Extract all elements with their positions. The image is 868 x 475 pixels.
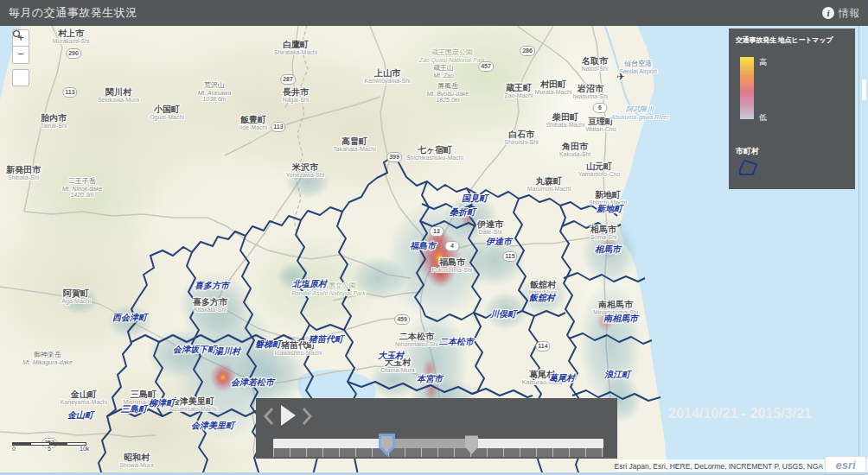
lake-small: [313, 286, 327, 293]
app-header: 毎月の交通事故発生状況 i 情報: [0, 0, 868, 26]
slider-track[interactable]: [273, 439, 603, 448]
map-canvas[interactable]: 村上市Murakami-Shi胎内市Tainai-Shi新発田市Shibata-…: [0, 26, 868, 475]
time-slider-panel: 2014/10/21 - 2015/3/21: [256, 398, 617, 459]
esri-logo: esri: [825, 456, 866, 473]
app-window: 毎月の交通事故発生状況 i 情報: [0, 0, 868, 475]
scale-mid: 5: [48, 446, 51, 452]
zoom-out-button[interactable]: −: [12, 47, 29, 64]
chevron-left-icon: [262, 406, 276, 427]
slider-handle-start[interactable]: [379, 434, 395, 456]
chevron-right-icon: [300, 406, 314, 427]
info-icon: i: [822, 7, 834, 19]
play-icon: [278, 403, 297, 428]
slider-handle-end[interactable]: [465, 435, 478, 454]
attribution-text: Esri Japan, Esri, HERE, DeLorme, INCREME…: [614, 462, 823, 471]
attribution-bar: Esri Japan, Esri, HERE, DeLorme, INCREME…: [617, 459, 868, 473]
page-title: 毎月の交通事故発生状況: [9, 5, 137, 21]
scale-bar: 0 5 10k: [12, 442, 86, 453]
slider-selected-range: [386, 439, 471, 448]
scale-max: 10k: [80, 446, 89, 452]
legend-low-label: 低: [759, 112, 767, 124]
date-range-label: 2014/10/21 - 2015/3/21: [619, 406, 861, 421]
info-button-label: 情報: [839, 6, 859, 21]
slider-tick-marks: [273, 448, 603, 457]
info-button[interactable]: i 情報: [822, 6, 859, 21]
legend-high-label: 高: [759, 57, 767, 68]
search-icon: [12, 29, 22, 40]
scrollbar-thumb[interactable]: [862, 79, 866, 100]
heatmap-gradient-bar: [740, 57, 754, 119]
scale-zero: 0: [12, 446, 16, 452]
legend-panel: 交通事故発生 地点ヒートマップ 高 低 市町村: [729, 28, 855, 189]
search-button[interactable]: [12, 69, 29, 86]
legend-heatmap-title: 交通事故発生 地点ヒートマップ: [736, 35, 848, 45]
zoom-controls: + −: [12, 29, 29, 86]
legend-municipality-title: 市町村: [736, 146, 759, 157]
